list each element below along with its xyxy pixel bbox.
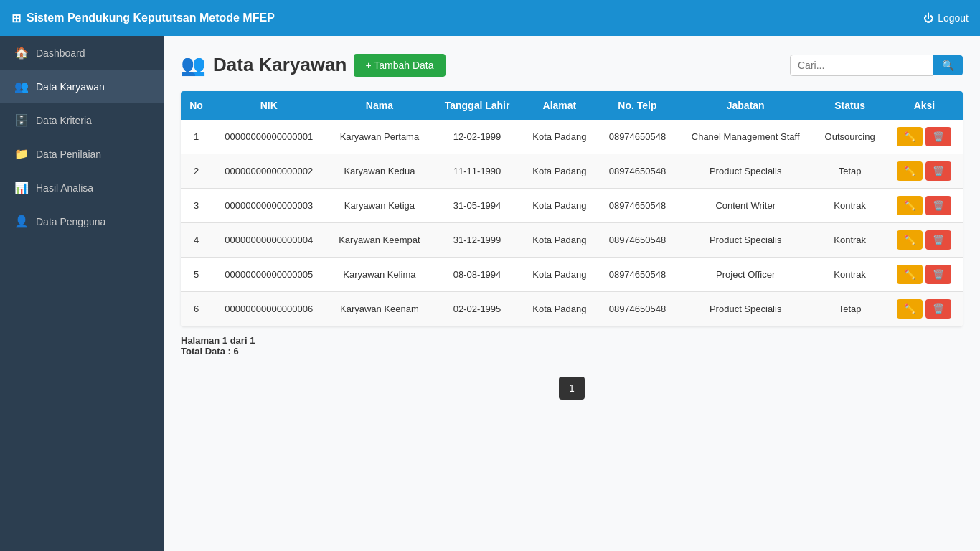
col-nik: NIK	[212, 91, 326, 120]
delete-button[interactable]: 🗑️	[925, 265, 951, 284]
cell-aksi: ✏️ 🗑️	[886, 292, 963, 326]
cell-no-telp: 08974650548	[598, 223, 677, 258]
current-page: 1	[222, 335, 227, 346]
col-no-telp: No. Telp	[598, 91, 677, 120]
home-icon: 🏠	[14, 46, 29, 60]
cell-jabatan: Project Officer	[677, 258, 814, 292]
action-group: ✏️ 🗑️	[893, 230, 956, 250]
sidebar-item-hasil-analisa[interactable]: 📊 Hasil Analisa	[0, 171, 164, 204]
col-alamat: Alamat	[522, 91, 598, 120]
cell-nama: Karyawan Kelima	[326, 258, 433, 292]
cell-no-telp: 08974650548	[598, 154, 677, 189]
cell-nama: Karyawan Kedua	[326, 154, 433, 189]
search-input[interactable]	[790, 55, 933, 76]
cell-jabatan: Chanel Management Staff	[677, 120, 814, 154]
delete-button[interactable]: 🗑️	[925, 127, 951, 146]
navbar-brand: ⊞ Sistem Pendukung Kepututsan Metode MFE…	[11, 11, 275, 25]
halaman-label: Halaman	[181, 335, 222, 346]
edit-button[interactable]: ✏️	[897, 299, 923, 319]
sidebar-item-data-penilaian[interactable]: 📁 Data Penilaian	[0, 137, 164, 171]
cell-nik: 00000000000000005	[212, 258, 326, 292]
layout: 🏠 Dashboard 👥 Data Karyawan 🗄️ Data Krit…	[0, 36, 980, 551]
table-row: 1 00000000000000001 Karyawan Pertama 12-…	[181, 120, 963, 154]
cell-no: 6	[181, 292, 212, 326]
page-header: 👥 Data Karyawan + Tambah Data 🔍	[181, 53, 963, 77]
cell-no: 1	[181, 120, 212, 154]
page-1-button[interactable]: 1	[559, 377, 585, 400]
delete-button[interactable]: 🗑️	[925, 161, 951, 181]
table-row: 4 00000000000000004 Karyawan Keempat 31-…	[181, 223, 963, 258]
pagination: 1	[181, 377, 963, 400]
sidebar-item-data-pengguna[interactable]: 👤 Data Pengguna	[0, 204, 164, 238]
users-icon: 👥	[14, 80, 29, 93]
folder-icon: 📁	[14, 147, 29, 161]
cell-nama: Karyawan Keempat	[326, 223, 433, 258]
edit-button[interactable]: ✏️	[897, 127, 923, 146]
table-row: 5 00000000000000005 Karyawan Kelima 08-0…	[181, 258, 963, 292]
cell-jabatan: Product Specialis	[677, 223, 814, 258]
sidebar-label-data-penilaian: Data Penilaian	[36, 149, 101, 160]
total-page: 1	[250, 335, 255, 346]
add-data-button[interactable]: + Tambah Data	[354, 54, 445, 77]
logout-button[interactable]: ⏻ Logout	[923, 12, 969, 24]
cell-nik: 00000000000000002	[212, 154, 326, 189]
edit-button[interactable]: ✏️	[897, 265, 923, 284]
chart-icon: 📊	[14, 181, 29, 194]
page-title: Data Karyawan	[213, 54, 347, 76]
pagination-info: Halaman 1 dari 1	[181, 335, 963, 346]
table-row: 2 00000000000000002 Karyawan Kedua 11-11…	[181, 154, 963, 189]
edit-button[interactable]: ✏️	[897, 230, 923, 250]
sidebar-item-dashboard[interactable]: 🏠 Dashboard	[0, 36, 164, 70]
table-header-row: No NIK Nama Tanggal Lahir Alamat No. Tel…	[181, 91, 963, 120]
cell-tanggal-lahir: 31-05-1994	[433, 189, 522, 223]
cell-alamat: Kota Padang	[522, 154, 598, 189]
cell-alamat: Kota Padang	[522, 292, 598, 326]
cell-alamat: Kota Padang	[522, 223, 598, 258]
sidebar-label-data-karyawan: Data Karyawan	[36, 81, 105, 93]
table-row: 6 00000000000000006 Karyawan Keenam 02-0…	[181, 292, 963, 326]
navbar-title: Sistem Pendukung Kepututsan Metode MFEP	[27, 11, 275, 24]
cell-nik: 00000000000000004	[212, 223, 326, 258]
cell-no-telp: 08974650548	[598, 258, 677, 292]
delete-button[interactable]: 🗑️	[925, 196, 951, 215]
sidebar-item-data-karyawan[interactable]: 👥 Data Karyawan	[0, 70, 164, 103]
cell-jabatan: Product Specialis	[677, 154, 814, 189]
total-data-value: 6	[233, 346, 238, 357]
cell-status: Kontrak	[814, 258, 885, 292]
cell-aksi: ✏️ 🗑️	[886, 223, 963, 258]
sidebar: 🏠 Dashboard 👥 Data Karyawan 🗄️ Data Krit…	[0, 36, 164, 551]
logout-label: Logout	[938, 12, 969, 24]
action-group: ✏️ 🗑️	[893, 127, 956, 146]
karyawan-icon: 👥	[181, 53, 206, 77]
table-body: 1 00000000000000001 Karyawan Pertama 12-…	[181, 120, 963, 326]
sidebar-item-data-kriteria[interactable]: 🗄️ Data Kriteria	[0, 103, 164, 137]
cell-status: Tetap	[814, 154, 885, 189]
cell-no: 2	[181, 154, 212, 189]
person-icon: 👤	[14, 215, 29, 228]
sidebar-label-data-pengguna: Data Pengguna	[36, 216, 105, 227]
navbar: ⊞ Sistem Pendukung Kepututsan Metode MFE…	[0, 0, 980, 36]
cell-tanggal-lahir: 11-11-1990	[433, 154, 522, 189]
action-group: ✏️ 🗑️	[893, 265, 956, 284]
table-row: 3 00000000000000003 Karyawan Ketiga 31-0…	[181, 189, 963, 223]
cell-alamat: Kota Padang	[522, 189, 598, 223]
cell-status: Outsourcing	[814, 120, 885, 154]
edit-button[interactable]: ✏️	[897, 196, 923, 215]
cell-status: Kontrak	[814, 189, 885, 223]
cell-alamat: Kota Padang	[522, 258, 598, 292]
main-content: 👥 Data Karyawan + Tambah Data 🔍 No NIK N…	[164, 36, 980, 551]
delete-button[interactable]: 🗑️	[925, 230, 951, 250]
dari-label: dari	[230, 335, 250, 346]
data-table-container: No NIK Nama Tanggal Lahir Alamat No. Tel…	[181, 91, 963, 326]
cell-no-telp: 08974650548	[598, 189, 677, 223]
cell-nama: Karyawan Keenam	[326, 292, 433, 326]
cell-jabatan: Content Writer	[677, 189, 814, 223]
action-group: ✏️ 🗑️	[893, 161, 956, 181]
total-data-label: Total Data :	[181, 346, 231, 357]
cell-aksi: ✏️ 🗑️	[886, 258, 963, 292]
cell-nik: 00000000000000001	[212, 120, 326, 154]
search-button[interactable]: 🔍	[933, 55, 963, 75]
edit-button[interactable]: ✏️	[897, 161, 923, 181]
col-nama: Nama	[326, 91, 433, 120]
delete-button[interactable]: 🗑️	[925, 299, 951, 319]
